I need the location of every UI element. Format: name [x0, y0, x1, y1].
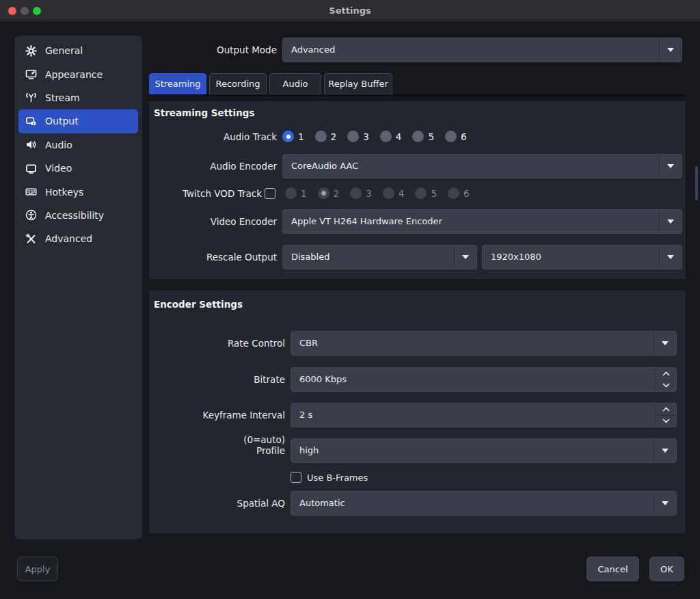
sidebar-item-accessibility[interactable]: Accessibility — [18, 204, 138, 227]
tools-icon — [25, 233, 37, 245]
sidebar-item-audio[interactable]: Audio — [18, 133, 138, 157]
accessibility-icon — [25, 209, 37, 221]
audio-encoder-value: CoreAudio AAC — [283, 155, 659, 178]
radio-label: 1 — [298, 131, 304, 142]
output-mode-caret[interactable] — [659, 38, 682, 62]
apply-button[interactable]: Apply — [17, 557, 58, 581]
sidebar-item-label: Advanced — [45, 233, 92, 244]
tab-label: Audio — [283, 79, 308, 89]
sidebar-item-label: Output — [45, 116, 79, 127]
rescale-resolution-dropdown[interactable]: 1920x1080 — [482, 245, 682, 269]
bitrate-decrement-button[interactable] — [656, 380, 676, 392]
output-icon — [25, 116, 37, 127]
sidebar-item-label: Hotkeys — [45, 187, 83, 198]
sidebar-item-hotkeys[interactable]: Hotkeys — [18, 180, 138, 203]
output-mode-dropdown[interactable]: Advanced — [282, 38, 682, 62]
audio-encoder-caret[interactable] — [659, 155, 682, 178]
chevron-down-icon — [667, 48, 674, 52]
chevron-down-icon — [667, 164, 674, 168]
audio-track-radio-6[interactable] — [445, 131, 457, 142]
streaming-settings-title: Streaming Settings — [154, 107, 255, 118]
rescale-resolution-caret[interactable] — [659, 245, 682, 269]
video-encoder-dropdown[interactable]: Apple VT H264 Hardware Encoder — [282, 209, 682, 234]
audio-track-radio-2[interactable] — [315, 131, 327, 142]
spatial-aq-caret[interactable] — [654, 492, 676, 515]
tab-label: Replay Buffer — [328, 79, 388, 89]
speaker-icon — [25, 139, 37, 150]
spatial-aq-dropdown[interactable]: Automatic — [291, 491, 677, 516]
sidebar-item-label: Video — [45, 163, 72, 174]
audio-track-radio-4[interactable] — [380, 131, 392, 142]
scrollbar-thumb[interactable] — [695, 166, 698, 200]
audio-track-radio-1[interactable] — [282, 131, 294, 142]
sidebar-item-video[interactable]: Video — [18, 157, 138, 180]
chevron-down-icon — [667, 255, 674, 259]
twitch-vod-track-checkbox[interactable] — [265, 188, 275, 199]
audio-track-radio-3[interactable] — [347, 131, 359, 142]
rate-control-dropdown[interactable]: CBR — [291, 331, 677, 356]
profile-value: high — [291, 439, 654, 462]
bitrate-spinbox[interactable]: 6000 Kbps — [291, 367, 677, 392]
keyframe-decrement-button[interactable] — [656, 416, 676, 427]
rate-control-value: CBR — [291, 332, 654, 355]
rate-control-label: Rate Control — [162, 331, 285, 356]
sidebar-item-stream[interactable]: Stream — [18, 86, 138, 109]
audio-encoder-dropdown[interactable]: CoreAudio AAC — [282, 154, 682, 178]
rate-control-caret[interactable] — [654, 332, 676, 355]
stream-antenna-icon — [25, 92, 37, 103]
chevron-down-icon — [662, 501, 669, 505]
rescale-output-dropdown[interactable]: Disabled — [282, 245, 477, 269]
twitch-vod-radio-group: 1 2 3 4 5 6 — [285, 187, 481, 199]
chevron-down-icon — [662, 418, 670, 423]
sidebar-item-label: Accessibility — [45, 210, 104, 221]
sidebar-item-label: Audio — [45, 139, 72, 150]
use-b-frames-checkbox[interactable] — [291, 472, 301, 483]
rescale-output-caret[interactable] — [454, 245, 476, 269]
video-encoder-label: Video Encoder — [154, 209, 277, 234]
settings-sidebar: General Appearance Stream Output Audio V… — [14, 36, 142, 540]
tab-replay-buffer[interactable]: Replay Buffer — [324, 73, 392, 94]
twitch-vod-radio-6 — [448, 187, 459, 199]
tab-recording[interactable]: Recording — [209, 73, 267, 94]
spatial-aq-label: Spatial AQ — [162, 491, 285, 516]
audio-encoder-label: Audio Encoder — [154, 154, 277, 178]
cancel-button[interactable]: Cancel — [587, 557, 639, 581]
bitrate-value: 6000 Kbps — [291, 368, 655, 391]
sidebar-item-label: General — [45, 45, 83, 56]
video-encoder-value: Apple VT H264 Hardware Encoder — [283, 210, 659, 233]
keyframe-interval-spinbox[interactable]: 2 s — [291, 403, 677, 427]
bitrate-increment-button[interactable] — [656, 368, 676, 380]
tab-audio[interactable]: Audio — [269, 73, 321, 94]
video-encoder-caret[interactable] — [659, 210, 682, 233]
profile-dropdown[interactable]: high — [291, 438, 677, 463]
output-mode-value: Advanced — [283, 38, 659, 62]
titlebar: Settings — [0, 0, 700, 22]
ok-button[interactable]: OK — [649, 557, 684, 581]
radio-label: 3 — [363, 131, 369, 142]
twitch-vod-radio-3 — [350, 187, 362, 199]
keyframe-interval-label: Keyframe Interval (0=auto) — [162, 403, 285, 427]
sidebar-item-advanced[interactable]: Advanced — [18, 227, 138, 250]
sidebar-item-general[interactable]: General — [18, 39, 138, 62]
twitch-vod-radio-1 — [285, 187, 297, 199]
sidebar-item-label: Appearance — [45, 69, 103, 80]
twitch-vod-radio-4 — [383, 187, 394, 199]
chevron-down-icon — [667, 219, 674, 224]
twitch-vod-track-label: Twitch VOD Track — [139, 187, 262, 200]
rescale-output-label: Rescale Output — [154, 245, 277, 269]
output-tabs: Streaming Recording Audio Replay Buffer — [149, 73, 392, 94]
gear-icon — [25, 45, 37, 57]
sidebar-item-label: Stream — [45, 92, 80, 103]
profile-caret[interactable] — [654, 439, 676, 462]
radio-label: 2 — [334, 188, 340, 199]
rescale-output-value: Disabled — [283, 245, 454, 269]
audio-track-radio-5[interactable] — [412, 131, 424, 142]
radio-label: 2 — [331, 131, 337, 142]
tab-streaming[interactable]: Streaming — [149, 73, 206, 94]
sidebar-item-output[interactable]: Output — [18, 109, 138, 133]
sidebar-item-appearance[interactable]: Appearance — [18, 62, 138, 85]
keyframe-increment-button[interactable] — [656, 403, 676, 416]
twitch-vod-radio-5 — [415, 187, 427, 199]
encoder-settings-title: Encoder Settings — [154, 299, 243, 310]
radio-label: 4 — [399, 188, 405, 199]
